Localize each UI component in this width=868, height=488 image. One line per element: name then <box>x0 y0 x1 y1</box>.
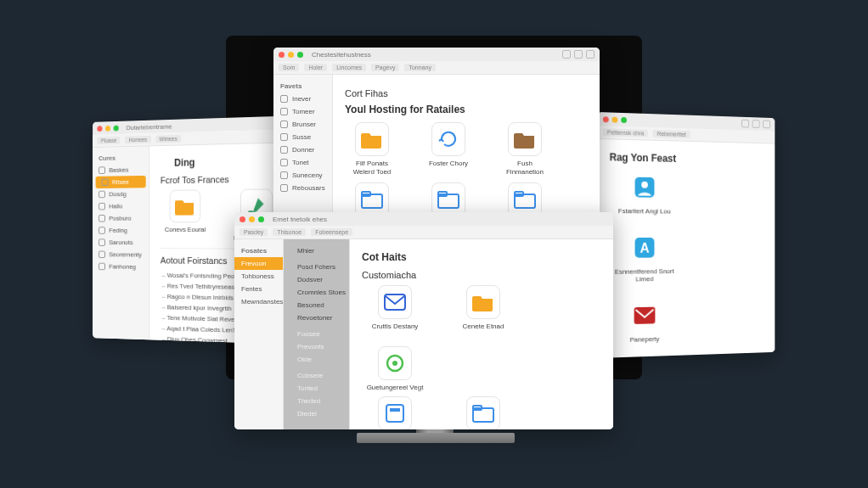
toolbar-item[interactable]: Thisonoe <box>273 228 306 236</box>
sidebar-item[interactable]: Dosdg <box>93 188 149 200</box>
window-control-icon[interactable] <box>562 50 571 59</box>
sidebar-sub-item[interactable]: Theded <box>284 395 349 407</box>
sidebar-sub-item[interactable]: Dodsver <box>284 273 349 286</box>
svg-rect-4 <box>634 306 656 323</box>
toolbar-item[interactable]: Honees <box>125 136 150 143</box>
sidebar-item[interactable]: Baskes <box>93 163 149 176</box>
toolbar-item[interactable]: Pagevy <box>371 64 399 71</box>
sidebar-section[interactable]: Frevoon <box>234 257 283 270</box>
sidebar-item[interactable]: Brunser <box>273 118 332 131</box>
folder-icon <box>508 122 542 156</box>
close-icon[interactable] <box>240 216 245 222</box>
sidebar-item[interactable]: Tomeer <box>273 105 332 118</box>
minimize-icon[interactable] <box>249 216 255 222</box>
section-title: Cort Fihas <box>345 88 588 98</box>
toolbar-item[interactable]: Som <box>279 64 299 71</box>
bullet-icon <box>280 146 288 154</box>
toolbar-item[interactable]: Pasdey <box>240 228 268 236</box>
sidebar-item[interactable]: Ritsee <box>96 176 146 188</box>
app-tile[interactable]: Foster Chory <box>421 122 476 176</box>
sidebar-item[interactable]: Seorernenty <box>93 249 149 261</box>
app-tile[interactable]: Filf Ponats Welerd Toed <box>345 122 399 176</box>
app-tile[interactable]: Guetungereel Vegt <box>362 346 428 392</box>
minimize-icon[interactable] <box>105 125 110 131</box>
sidebar-item[interactable]: Suneceny <box>273 169 332 182</box>
toolbar-item[interactable]: Fobeensepe <box>311 228 352 236</box>
sidebar-item[interactable]: Rebousars <box>273 182 332 194</box>
svg-rect-14 <box>385 294 405 310</box>
toolbar-item[interactable]: Lincomes <box>332 64 366 71</box>
mail-red-icon <box>628 298 661 332</box>
app-tile[interactable]: Cistnee Venthres Desge Tesse <box>450 396 516 429</box>
window-address: Emet tnetoik ehes <box>273 216 327 223</box>
bullet-icon <box>99 251 105 259</box>
bullet-icon <box>280 159 288 166</box>
window-front: Emet tnetoik ehes PasdeyThisonoeFobeense… <box>234 212 613 429</box>
window-control-icon[interactable] <box>752 120 760 128</box>
close-icon[interactable] <box>603 116 609 122</box>
sidebar-sub-item[interactable]: Cobsere <box>284 369 349 382</box>
bullet-icon <box>99 191 105 199</box>
bullet-icon <box>99 215 105 222</box>
zoom-icon[interactable] <box>114 125 119 131</box>
window-control-icon[interactable] <box>763 121 770 129</box>
window-control-icon[interactable] <box>586 50 595 59</box>
zoom-icon[interactable] <box>258 216 264 222</box>
sidebar-item[interactable]: Hallo <box>93 200 149 213</box>
sidebar-item[interactable]: Susse <box>273 131 332 143</box>
panel-icon <box>378 396 412 429</box>
app-tile[interactable]: Cenete Etnad <box>450 285 516 331</box>
sidebar-item[interactable]: Feding <box>93 224 149 236</box>
sidebar-item[interactable]: Tonet <box>273 156 332 169</box>
sidebar-secondary: MhierPosd FchersDodsverCromnles StoesBes… <box>284 239 350 429</box>
tile-label: Fush Finmanetion <box>498 160 552 176</box>
close-icon[interactable] <box>97 126 102 132</box>
sidebar-item[interactable]: Fanhoneg <box>93 261 149 273</box>
toolbar-item[interactable]: Rebenerttet <box>653 130 690 138</box>
app-tile[interactable]: Conevs Eoural <box>161 189 211 242</box>
zoom-icon[interactable] <box>297 52 303 58</box>
toolbar-item[interactable]: Tonnany <box>404 64 435 71</box>
sidebar-sub-item[interactable]: Mhier <box>284 244 349 257</box>
minimize-icon[interactable] <box>288 52 294 58</box>
toolbar-item[interactable]: Petternsk chra <box>603 128 648 137</box>
sidebar-item[interactable]: Inever <box>273 93 332 105</box>
sidebar-section[interactable]: Mewndanstes <box>234 295 283 308</box>
tile-label: Esnnentferend Snort Limed <box>610 267 679 284</box>
window-control-icon[interactable] <box>574 50 583 59</box>
sidebar-left: Fosates FrevoonTohbonessFentesMewndanste… <box>234 239 284 429</box>
toolbar-item[interactable]: Winees <box>155 135 181 143</box>
sidebar-sub-item[interactable]: Tonted <box>284 382 349 395</box>
bullet-icon <box>280 184 288 192</box>
app-tile[interactable]: Paneperty <box>610 298 679 345</box>
sidebar-sub-item[interactable]: Cromnles Stoes <box>284 286 349 299</box>
sidebar-item[interactable]: Donner <box>273 143 332 156</box>
app-tile[interactable]: A Esnnentferend Snort Limed <box>610 231 679 284</box>
sidebar-sub-item[interactable]: Posd Fchers <box>284 261 349 273</box>
sidebar-section[interactable]: Tohboness <box>234 270 283 283</box>
sidebar-sub-item[interactable]: Foosee <box>284 328 349 340</box>
sidebar-sub-item[interactable]: Diedel <box>284 407 349 420</box>
app-tile[interactable]: Fush Finmanetion <box>498 122 552 176</box>
toolbar-item[interactable]: Holer <box>304 64 327 71</box>
sidebar-section[interactable]: Fentes <box>234 283 283 295</box>
zoom-icon[interactable] <box>621 116 627 122</box>
sidebar-item[interactable]: Posburo <box>93 212 149 224</box>
app-tile[interactable]: Gepabrremtofama Sall <box>362 396 428 429</box>
bullet-icon <box>99 227 105 234</box>
app-tile[interactable]: Fstaritert Angl Lou <box>610 170 679 216</box>
monitor-base <box>357 433 515 443</box>
toolbar-item[interactable]: Ploase <box>97 137 121 144</box>
bullet-icon <box>280 95 288 103</box>
sidebar-item[interactable]: Saronots <box>93 237 149 249</box>
close-icon[interactable] <box>279 52 285 58</box>
window-control-icon[interactable] <box>741 120 749 128</box>
minimize-icon[interactable] <box>612 116 618 122</box>
sidebar-header: Favets <box>273 80 332 93</box>
sidebar-sub-item[interactable]: Prevonts <box>284 340 349 353</box>
sidebar-sub-item[interactable]: Revoetoner <box>284 311 349 324</box>
app-tile[interactable]: Cruttls Destany <box>362 285 428 331</box>
sidebar-sub-item[interactable]: Oide <box>284 353 349 366</box>
target-icon <box>378 346 412 380</box>
sidebar-sub-item[interactable]: Besoned <box>284 299 349 311</box>
